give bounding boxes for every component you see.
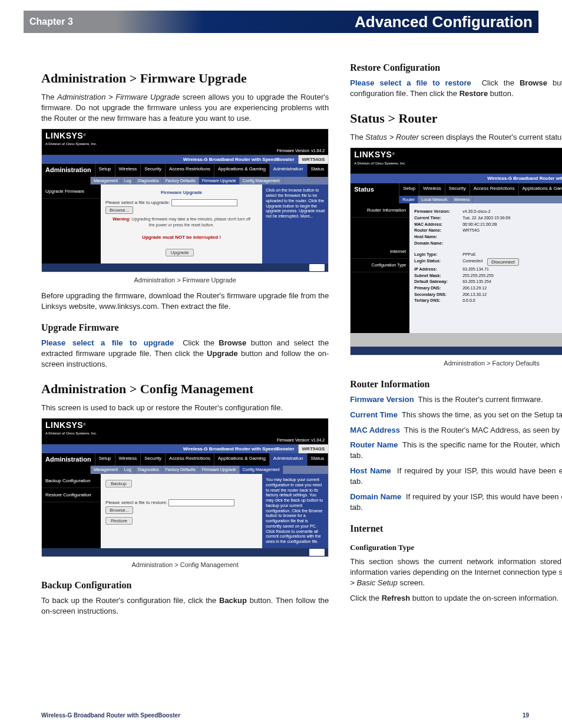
figure-config-mgmt: LINKSYS®A Division of Cisco Systems, Inc… — [41, 418, 329, 557]
intro-para: The Administration > Firmware Upgrade sc… — [41, 92, 329, 124]
para: Click the Refresh button to update the o… — [350, 593, 562, 604]
heading-restore: Restore Configuration — [350, 61, 562, 74]
content-columns: Administration > Firmware Upgrade The Ad… — [41, 59, 529, 621]
fig-restore-button[interactable]: Restore — [105, 517, 133, 525]
left-column: Administration > Firmware Upgrade The Ad… — [41, 59, 329, 621]
heading-config-mgmt: Administration > Config Management — [41, 380, 329, 398]
para: Router Name This is the specific name fo… — [350, 440, 562, 461]
para: MAC Address This is the Router's MAC Add… — [350, 425, 562, 436]
fig-browse-button[interactable]: Browse... — [105, 506, 133, 514]
chapter-label: Chapter 3 — [29, 17, 73, 27]
fig-file-input[interactable] — [171, 199, 237, 206]
figure-caption: Administration > Config Management — [41, 561, 329, 569]
right-column: Restore Configuration Please select a fi… — [350, 59, 562, 621]
cisco-logo — [309, 264, 325, 271]
figure-caption: Administration > Firmware Upgrade — [41, 276, 329, 285]
fig-disconnect-button[interactable]: Disconnect — [487, 258, 519, 266]
figure-status-router: LINKSYS®A Division of Cisco Systems, Inc… — [350, 147, 562, 355]
heading-internet: Internet — [350, 522, 562, 535]
para: To back up the Router's configuration fi… — [41, 595, 329, 617]
footer-title: Wireless-G Broadband Router with SpeedBo… — [41, 712, 180, 719]
heading-backup: Backup Configuration — [41, 579, 329, 592]
heading-admin-fw: Administration > Firmware Upgrade — [41, 70, 329, 87]
page-title: Advanced Configuration — [355, 13, 533, 31]
heading-upgrade-fw: Upgrade Firmware — [41, 321, 329, 334]
para: Before upgrading the firmware, download … — [41, 291, 329, 312]
fig-upgrade-button[interactable]: Upgrade — [166, 249, 194, 256]
para: Current Time This shows the time, as you… — [350, 410, 562, 420]
page-footer: Wireless-G Broadband Router with SpeedBo… — [41, 712, 529, 719]
figure-firmware-upgrade: LINKSYS®A Division of Cisco Systems, Inc… — [41, 129, 329, 272]
para: This screen is used to back up or restor… — [41, 403, 329, 413]
heading-config-type: Configuration Type — [350, 542, 562, 553]
heading-router-info: Router Information — [350, 378, 562, 391]
fig-help: Click on the browse button to select the… — [262, 185, 328, 263]
para: This section shows the current network i… — [350, 556, 562, 588]
fw-version-label: Firmware Version: v1.04.2 — [42, 148, 328, 155]
fig-backup-button[interactable]: Backup — [105, 480, 132, 487]
para: Please select a file to restore Click th… — [350, 78, 562, 99]
fig-restore-file[interactable] — [168, 499, 234, 506]
para: Host Name If required by your ISP, this … — [350, 466, 562, 487]
fig-section: Administration — [42, 164, 95, 176]
para: The Status > Router screen displays the … — [350, 132, 562, 143]
fig-browse-button[interactable]: Browse... — [105, 206, 133, 214]
footer-page: 19 — [523, 712, 529, 719]
figure-caption: Administration > Factory Defaults — [350, 359, 562, 368]
para: Domain Name If required by your ISP, thi… — [350, 492, 562, 513]
para: Firmware Version This is the Router's cu… — [350, 394, 562, 405]
heading-status-router: Status > Router — [350, 110, 562, 127]
page-header: Chapter 3 Advanced Configuration — [24, 11, 538, 33]
brand-logo: LINKSYS — [45, 131, 83, 140]
para: Please select a file to upgrade Click th… — [41, 338, 329, 370]
